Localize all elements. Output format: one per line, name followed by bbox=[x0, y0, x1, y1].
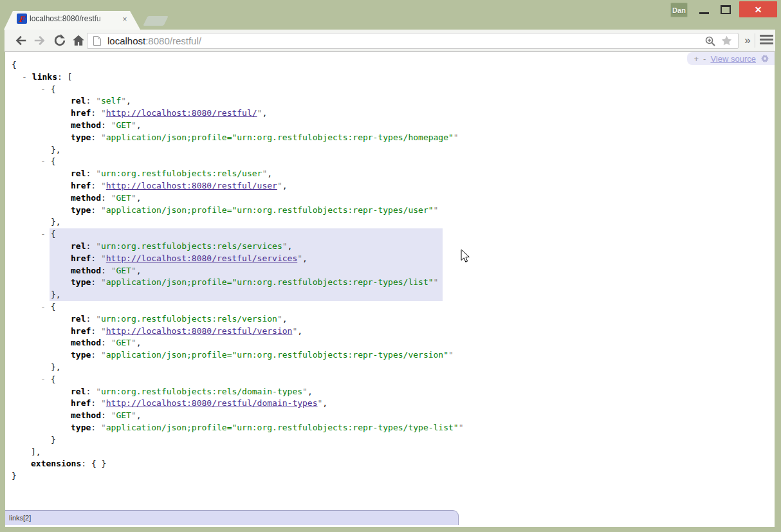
json-path-status-bar: links[2] bbox=[5, 510, 459, 525]
page-content: + - View source { -links: [ -{rel: "self… bbox=[5, 52, 775, 527]
close-button[interactable]: ✕ bbox=[739, 1, 777, 17]
json-object-open: -{ bbox=[5, 156, 775, 168]
json-link-object: -{rel: "urn:org.restfulobjects:rels/vers… bbox=[5, 301, 775, 374]
json-object-close: }, bbox=[5, 144, 775, 156]
json-prop-method: method: "GET", bbox=[5, 120, 775, 132]
json-root-open: { bbox=[5, 59, 775, 71]
status-text: links[2] bbox=[9, 514, 31, 522]
collapse-toggle[interactable]: - bbox=[41, 84, 46, 94]
toolbar-separator bbox=[755, 33, 755, 48]
json-object-close: }, bbox=[5, 216, 775, 228]
collapse-toggle[interactable]: - bbox=[22, 72, 27, 82]
json-object-close: }, bbox=[5, 289, 775, 301]
json-href-link[interactable]: http://localhost:8080/restful/ bbox=[106, 108, 257, 118]
maximize-button[interactable] bbox=[716, 0, 734, 17]
address-bar[interactable]: localhost:8080/restful/ bbox=[87, 33, 739, 49]
json-prop-rel: rel: "urn:org.restfulobjects:rels/user", bbox=[5, 168, 775, 180]
extensions-overflow-button[interactable]: » bbox=[742, 33, 753, 48]
json-prop-rel: rel: "urn:org.restfulobjects:rels/versio… bbox=[5, 313, 775, 326]
json-link-object: -{rel: "self",href: "http://localhost:80… bbox=[5, 84, 775, 156]
json-prop-rel: rel: "self", bbox=[5, 95, 775, 107]
zoom-icon[interactable] bbox=[704, 35, 716, 47]
close-icon: ✕ bbox=[755, 5, 762, 15]
minimize-button[interactable] bbox=[695, 0, 713, 17]
json-prop-method: method: "GET", bbox=[5, 265, 775, 277]
json-tree: { -links: [ -{rel: "self",href: "http://… bbox=[5, 59, 775, 482]
json-prop-type: type: "application/json;profile="urn:org… bbox=[5, 277, 775, 289]
chrome-menu-button[interactable] bbox=[760, 35, 773, 46]
browser-toolbar: localhost:8080/restful/ » bbox=[5, 30, 775, 52]
reload-button[interactable] bbox=[53, 33, 67, 48]
user-profile-badge[interactable]: Dan bbox=[670, 3, 688, 17]
json-link-object: -{rel: "urn:org.restfulobjects:rels/doma… bbox=[5, 374, 775, 446]
json-href-link[interactable]: http://localhost:8080/restful/domain-typ… bbox=[106, 398, 318, 408]
browser-tab[interactable]: F localhost:8080/restfu × bbox=[4, 11, 140, 30]
json-href-link[interactable]: http://localhost:8080/restful/user bbox=[106, 181, 277, 190]
json-prop-method: method: "GET", bbox=[5, 192, 775, 205]
json-prop-rel: rel: "urn:org.restfulobjects:rels/domain… bbox=[5, 386, 775, 398]
json-prop-method: method: "GET", bbox=[5, 337, 775, 349]
forward-button[interactable] bbox=[33, 33, 47, 48]
json-prop-type: type: "application/json;profile="urn:org… bbox=[5, 349, 775, 362]
json-object-open: -{ bbox=[5, 84, 775, 96]
tab-title: localhost:8080/restfu bbox=[30, 14, 117, 26]
json-object-close: } bbox=[5, 434, 775, 446]
json-object-open: -{ bbox=[5, 301, 775, 313]
json-prop-href: href: "http://localhost:8080/restful/ser… bbox=[5, 253, 775, 265]
maximize-icon bbox=[721, 5, 731, 14]
json-links: -{rel: "self",href: "http://localhost:80… bbox=[5, 84, 775, 446]
json-object-open: -{ bbox=[5, 374, 775, 386]
json-links-array-open: -links: [ bbox=[5, 71, 775, 84]
json-prop-href: href: "http://localhost:8080/restful/", bbox=[5, 107, 775, 120]
collapse-toggle[interactable]: - bbox=[41, 302, 46, 311]
url-text: localhost:8080/restful/ bbox=[107, 35, 201, 46]
url-path: :8080/restful/ bbox=[145, 35, 201, 46]
json-links-array-close: ], bbox=[5, 446, 775, 459]
json-prop-method: method: "GET", bbox=[5, 410, 775, 422]
json-href-link[interactable]: http://localhost:8080/restful/services bbox=[106, 253, 297, 263]
url-host: localhost bbox=[107, 35, 145, 46]
json-extensions-line: extensions: { } bbox=[5, 458, 775, 470]
json-prop-href: href: "http://localhost:8080/restful/ver… bbox=[5, 326, 775, 338]
json-link-object: -{rel: "urn:org.restfulobjects:rels/user… bbox=[5, 156, 775, 228]
json-object-open: -{ bbox=[5, 228, 775, 241]
back-button[interactable] bbox=[14, 33, 28, 48]
collapse-toggle[interactable]: - bbox=[41, 374, 46, 384]
tab-close-icon[interactable]: × bbox=[120, 14, 130, 24]
json-prop-href: href: "http://localhost:8080/restful/use… bbox=[5, 180, 775, 192]
json-object-close: }, bbox=[5, 362, 775, 374]
json-prop-href: href: "http://localhost:8080/restful/dom… bbox=[5, 398, 775, 410]
minimize-icon bbox=[699, 12, 709, 14]
bookmark-star-icon[interactable] bbox=[721, 35, 733, 47]
collapse-toggle[interactable]: - bbox=[41, 229, 46, 239]
json-prop-type: type: "application/json;profile="urn:org… bbox=[5, 132, 775, 144]
json-prop-type: type: "application/json;profile="urn:org… bbox=[5, 422, 775, 434]
browser-window: { "window": { "user_badge": "Dan", "clos… bbox=[0, 0, 781, 532]
new-tab-button[interactable] bbox=[143, 16, 168, 26]
json-href-link[interactable]: http://localhost:8080/restful/version bbox=[106, 326, 293, 336]
favicon-icon: F bbox=[17, 14, 27, 24]
json-prop-type: type: "application/json;profile="urn:org… bbox=[5, 205, 775, 217]
home-button[interactable] bbox=[71, 33, 86, 48]
json-root-close: } bbox=[5, 470, 775, 482]
json-prop-rel: rel: "urn:org.restfulobjects:rels/servic… bbox=[5, 241, 775, 253]
collapse-toggle[interactable]: - bbox=[41, 156, 46, 166]
page-icon bbox=[93, 35, 102, 46]
json-link-object: -{rel: "urn:org.restfulobjects:rels/serv… bbox=[5, 228, 775, 301]
